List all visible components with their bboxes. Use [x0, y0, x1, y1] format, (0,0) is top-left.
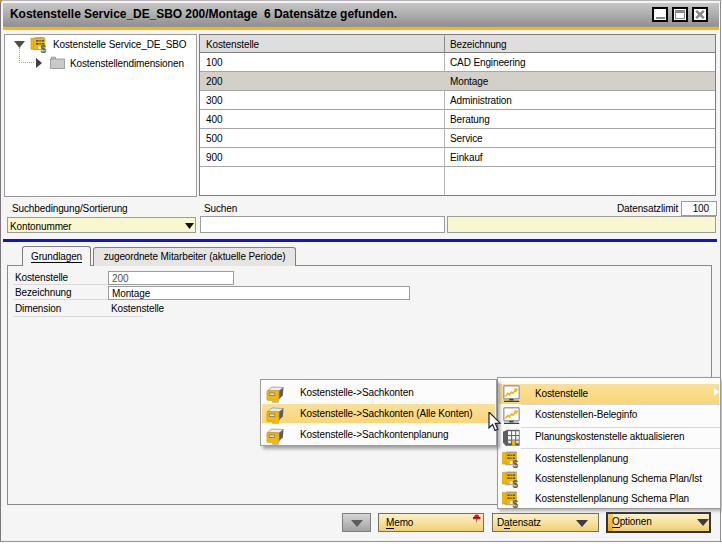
svg-text:$: $ [512, 459, 518, 468]
svg-text:$: $ [41, 44, 47, 53]
svg-text:$: $ [512, 479, 518, 488]
svg-text:$: $ [512, 499, 518, 508]
